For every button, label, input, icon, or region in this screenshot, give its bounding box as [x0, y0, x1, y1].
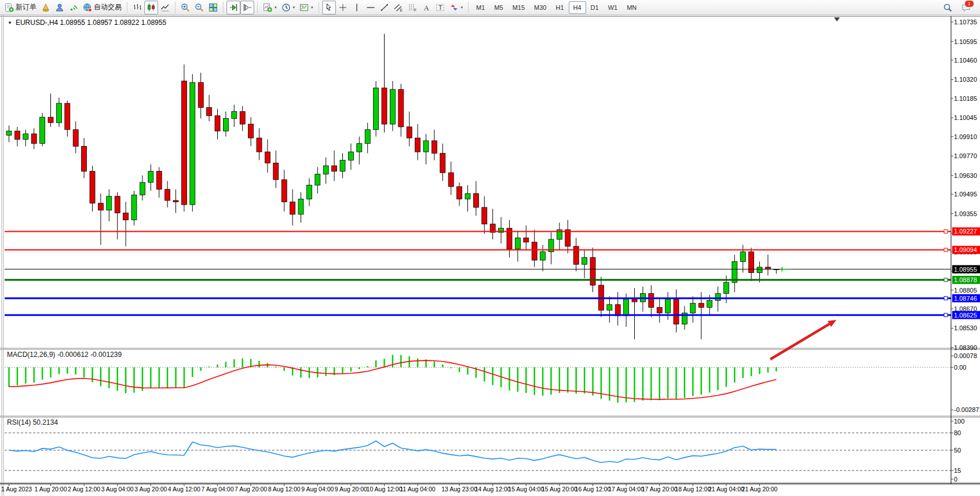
svg-text:1.09355: 1.09355 [954, 210, 977, 217]
signals-button[interactable] [67, 1, 81, 14]
arrow-objects-button[interactable]: ▾ [447, 1, 466, 14]
timeframe-mn-button[interactable]: MN [622, 1, 641, 14]
candle [765, 267, 770, 269]
candlestick-chart-button[interactable] [144, 1, 158, 14]
new-order-button[interactable]: 新订单 [2, 1, 39, 14]
zoom-in-button[interactable] [178, 1, 192, 14]
candle [382, 88, 387, 124]
candlestick-icon [147, 3, 156, 12]
profile-button[interactable] [39, 1, 53, 14]
candle [624, 299, 629, 316]
vertical-line-button[interactable] [350, 1, 364, 14]
chevron-down-icon[interactable]: ▼ [8, 20, 12, 25]
chat-icon: 1 [961, 3, 971, 12]
trendline-button[interactable] [378, 1, 392, 14]
candle [40, 117, 45, 144]
timeframe-d1-button[interactable]: D1 [586, 1, 604, 14]
auto-scroll-button[interactable] [226, 1, 240, 14]
candle [140, 183, 145, 195]
svg-text:10 Aug 12:00: 10 Aug 12:00 [367, 486, 403, 493]
svg-text:1.08955: 1.08955 [954, 266, 977, 273]
dropdown-arrow-icon[interactable]: ▾ [461, 5, 463, 10]
chart-profile-icon [41, 3, 50, 12]
symbol-header: ▼ EURUSD-,H4 1.08955 1.08957 1.08922 1.0… [8, 19, 166, 27]
candle [482, 207, 487, 224]
cursor-button[interactable] [322, 1, 336, 14]
tile-windows-button[interactable] [206, 1, 220, 14]
zoom-out-button[interactable] [192, 1, 206, 14]
search-button[interactable] [941, 1, 955, 14]
text-label-button[interactable]: T [433, 1, 447, 14]
indicators-icon [263, 3, 272, 12]
svg-text:F: F [414, 8, 416, 12]
candle [73, 130, 78, 147]
timeframe-m5-button[interactable]: M5 [489, 1, 507, 14]
svg-text:1.08878: 1.08878 [954, 276, 977, 283]
text-button[interactable]: A [419, 1, 433, 14]
dropdown-arrow-icon[interactable]: ▾ [293, 5, 295, 10]
zoom-in-icon [181, 3, 190, 12]
crosshair-button[interactable] [336, 1, 350, 14]
indicators-button[interactable]: ▾ [261, 1, 279, 14]
svg-text:8 Aug 12:00: 8 Aug 12:00 [268, 486, 301, 493]
svg-text:1.09910: 1.09910 [954, 133, 977, 140]
timeframe-m1-button[interactable]: M1 [471, 1, 489, 14]
candle [340, 160, 345, 171]
fibonacci-button[interactable]: F [405, 1, 419, 14]
svg-text:9 Aug 20:00: 9 Aug 20:00 [335, 486, 367, 493]
candle [90, 172, 95, 203]
new-order-button-label: 新订单 [16, 2, 36, 12]
candle [657, 307, 662, 313]
candle [248, 124, 254, 138]
svg-text:1.08530: 1.08530 [954, 324, 977, 331]
svg-text:100: 100 [954, 418, 964, 425]
chart-shift-icon [243, 3, 252, 12]
templates-icon [299, 3, 309, 12]
chart-shift-button[interactable] [240, 1, 254, 14]
toolbar-separator [127, 2, 127, 13]
candle [98, 203, 103, 210]
line-chart-button[interactable] [158, 1, 172, 14]
signals-icon [69, 3, 78, 12]
candle [432, 141, 437, 154]
candle [56, 103, 61, 123]
candle [515, 238, 520, 249]
price-chart[interactable]: 1.107351.105951.104601.103201.101851.100… [0, 15, 980, 496]
timeframe-m30-button[interactable]: M30 [529, 1, 551, 14]
svg-text:1.09227: 1.09227 [954, 228, 977, 235]
dropdown-arrow-icon[interactable]: ▾ [275, 5, 277, 10]
svg-text:7 Aug 20:00: 7 Aug 20:00 [235, 486, 267, 493]
periods-button[interactable]: ▾ [279, 1, 298, 14]
symbol-ohlc-text: EURUSD-,H4 1.08955 1.08957 1.08922 1.089… [16, 19, 166, 27]
svg-text:15: 15 [954, 467, 961, 474]
candle [156, 172, 162, 189]
svg-text:1 Aug 2023: 1 Aug 2023 [1, 486, 32, 493]
svg-text:1.09770: 1.09770 [954, 152, 977, 159]
svg-text:1.08625: 1.08625 [954, 312, 977, 319]
notifications-button[interactable]: 1 [959, 1, 973, 14]
community-button[interactable] [53, 1, 67, 14]
candle [699, 303, 704, 307]
toolbar-separator [257, 2, 258, 13]
candle [315, 174, 320, 185]
candle [323, 166, 328, 174]
equidistant-channel-button[interactable]: E [392, 1, 405, 14]
candle [173, 200, 178, 202]
candle [207, 107, 212, 115]
timeframe-w1-button[interactable]: W1 [604, 1, 623, 14]
candle [649, 294, 654, 308]
candle [540, 252, 546, 260]
candle [240, 112, 245, 125]
svg-text:1.09630: 1.09630 [954, 172, 977, 179]
candle [232, 112, 237, 119]
timeframe-m15-button[interactable]: M15 [508, 1, 529, 14]
auto-trading-button[interactable]: 自动交易 [81, 1, 124, 14]
templates-button[interactable]: ▾ [297, 1, 316, 14]
toolbar-separator [175, 2, 175, 13]
candle [131, 195, 137, 220]
bar-chart-button[interactable] [130, 1, 144, 14]
timeframe-h1-button[interactable]: H1 [551, 1, 568, 14]
horizontal-line-button[interactable] [364, 1, 378, 14]
timeframe-h4-button[interactable]: H4 [569, 1, 586, 14]
dropdown-arrow-icon[interactable]: ▾ [311, 5, 313, 10]
